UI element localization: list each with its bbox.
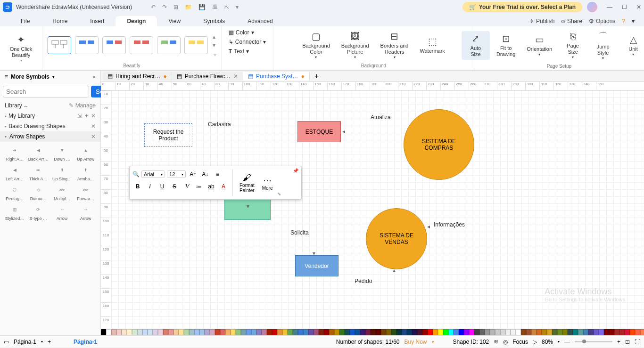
doc-tab-purchase-system[interactable]: ▤ Purchase Syst… ● [243, 72, 310, 81]
swatch[interactable] [474, 329, 479, 335]
swatch[interactable] [640, 329, 644, 335]
swatch[interactable] [251, 329, 256, 335]
shape-vendas[interactable]: SISTEMA DE VENDAS [366, 208, 427, 269]
swatch[interactable] [220, 329, 225, 335]
swatch[interactable] [583, 329, 588, 335]
italic-icon[interactable]: I [145, 181, 155, 192]
shape-item[interactable]: ▥Stylized… [4, 203, 25, 221]
swatch[interactable] [516, 329, 521, 335]
swatch[interactable] [142, 329, 148, 335]
shape-estoque[interactable]: ESTOQUE [297, 121, 341, 142]
swatch[interactable] [308, 329, 314, 335]
doc-tab-flowchart[interactable]: ▤ Purchase Flowc… ✕ [172, 72, 243, 81]
shape-request[interactable]: Request the Product [144, 123, 192, 147]
save-icon[interactable]: 💾 [198, 4, 206, 10]
swatch[interactable] [329, 329, 334, 335]
swatch[interactable] [573, 329, 578, 335]
swatch[interactable] [531, 329, 537, 335]
swatch[interactable] [547, 329, 552, 335]
swatch[interactable] [225, 329, 231, 335]
watermark-button[interactable]: ⬚Watermark [415, 34, 450, 56]
my-library-item[interactable]: My Library [8, 113, 35, 119]
basic-shapes-item[interactable]: Basic Drawing Shapes [8, 123, 66, 129]
font-select[interactable]: Arial▾ [141, 170, 165, 178]
shape-item[interactable]: ⋙Multipl… [51, 183, 73, 201]
buy-now-link[interactable]: Buy Now [405, 339, 427, 345]
fit-page-icon[interactable]: ⊡ [625, 339, 630, 345]
swatch[interactable] [479, 329, 485, 335]
swatch[interactable] [459, 329, 464, 335]
swatch[interactable] [314, 329, 319, 335]
align-icon[interactable]: ≡ [212, 169, 223, 179]
swatch[interactable] [526, 329, 531, 335]
page-tab-1[interactable]: Página-1 [70, 339, 101, 345]
swatch[interactable] [163, 329, 168, 335]
swatch[interactable] [303, 329, 308, 335]
swatch[interactable] [106, 329, 111, 335]
decrease-font-icon[interactable]: A↓ [200, 169, 210, 179]
arrow-section-close-icon[interactable]: ✕ [91, 133, 96, 140]
swatch[interactable] [609, 329, 614, 335]
theme-next-icon[interactable]: ▾ [213, 42, 217, 49]
swatch[interactable] [210, 329, 215, 335]
theme-style-4[interactable] [130, 36, 153, 54]
swatch[interactable] [386, 329, 391, 335]
presentation-icon[interactable]: ▷ [533, 339, 537, 345]
redo-icon[interactable]: ↷ [162, 4, 167, 10]
shape-item[interactable]: ⟳S-type … [27, 203, 49, 221]
swatch[interactable] [505, 329, 511, 335]
collapse-panel-icon[interactable]: « [92, 73, 96, 80]
swatch[interactable] [619, 329, 625, 335]
orientation-button[interactable]: ▭Orientation▾ [522, 32, 557, 59]
zoom-level[interactable]: 80% [542, 339, 553, 345]
swatch[interactable] [236, 329, 241, 335]
swatch[interactable] [604, 329, 609, 335]
tab-close-icon[interactable]: ✕ [233, 73, 238, 80]
shape-vendedor[interactable]: Vendedor [295, 255, 339, 276]
swatch[interactable] [422, 329, 428, 335]
shape-green[interactable] [224, 199, 271, 220]
swatch[interactable] [153, 329, 158, 335]
theme-style-2[interactable] [75, 36, 99, 54]
swatch[interactable] [205, 329, 210, 335]
swatch[interactable] [542, 329, 547, 335]
swatch[interactable] [407, 329, 412, 335]
page-size-button[interactable]: ⎘Page Size▾ [559, 29, 587, 62]
swatch[interactable] [334, 329, 339, 335]
swatch[interactable] [241, 329, 246, 335]
swatch[interactable] [262, 329, 267, 335]
publish-button[interactable]: ✈ Publish [529, 18, 554, 24]
doc-tab-hiring[interactable]: ▤ Hiring and Recr… ● [103, 72, 172, 81]
fit-drawing-button[interactable]: ⊡Fit to Drawing [492, 31, 520, 59]
font-size-select[interactable]: 12▾ [167, 170, 186, 178]
shape-item[interactable]: ◇Diamo… [27, 183, 49, 201]
swatch[interactable] [256, 329, 262, 335]
shape-item[interactable]: ↔Arrow [75, 203, 97, 221]
swatch[interactable] [614, 329, 619, 335]
zoom-in-icon[interactable]: + [617, 339, 620, 345]
swatch[interactable] [588, 329, 594, 335]
zoom-out-icon[interactable]: — [564, 339, 570, 345]
swatch[interactable] [417, 329, 422, 335]
shape-item[interactable]: ➡Thick A… [27, 163, 49, 181]
shape-item[interactable]: ↔Arrow [51, 203, 73, 221]
new-tab-icon[interactable]: + [310, 72, 323, 81]
swatch[interactable] [277, 329, 282, 335]
share-button[interactable]: ∞ Share [561, 18, 582, 24]
swatch[interactable] [267, 329, 272, 335]
shape-item[interactable]: ⬆Up Sing… [51, 163, 73, 181]
menu-advanced[interactable]: Advanced [236, 16, 284, 26]
bold-icon[interactable]: B [132, 181, 143, 192]
text-case-icon[interactable]: ab [206, 181, 216, 192]
swatch[interactable] [189, 329, 194, 335]
borders-headers-button[interactable]: ⊟Borders and Headers▾ [376, 29, 413, 62]
menu-design[interactable]: Design [116, 16, 157, 26]
swatch[interactable] [402, 329, 407, 335]
layers-icon[interactable]: ≋ [494, 339, 498, 345]
swatch[interactable] [199, 329, 205, 335]
swatch[interactable] [443, 329, 448, 335]
swatch[interactable] [272, 329, 277, 335]
focus-button[interactable]: Focus [512, 339, 528, 345]
auto-size-button[interactable]: ⤢Auto Size [462, 31, 490, 59]
swatch[interactable] [511, 329, 516, 335]
